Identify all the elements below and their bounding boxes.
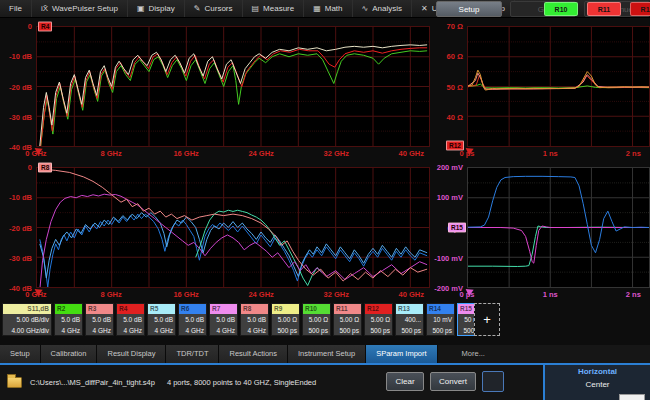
menu-item[interactable]: File — [0, 0, 32, 17]
chart-canvas — [37, 27, 429, 146]
trace-descriptor[interactable]: R2 5.0 dB 4 GHz — [54, 303, 83, 336]
chart-plot-area[interactable]: R4 — [36, 26, 430, 147]
folder-icon[interactable] — [7, 377, 22, 388]
menu-item-icon: ▤ — [252, 4, 260, 13]
trace-vertical-scale: 400... — [396, 314, 423, 325]
trace-descriptor-name: R5 — [148, 304, 175, 314]
trace-quick-button[interactable]: R10 — [544, 2, 578, 16]
trace-descriptor-name: R6 — [179, 304, 206, 314]
x-axis-labels: 0 GHz8 GHz16 GHz24 GHz32 GHz40 GHz — [36, 148, 430, 160]
trace-descriptor-name: R10 — [303, 304, 330, 314]
horizontal-center-input[interactable] — [619, 394, 645, 400]
trace-horizontal-scale: 500 ps — [427, 325, 454, 336]
trace-descriptor[interactable]: R10 5.00 Ω 500 ps — [302, 303, 331, 336]
trace-quick-button[interactable]: R11 — [587, 2, 621, 16]
trace-vertical-scale: 10 mV — [427, 314, 454, 325]
y-axis-labels: 0-10 dB-20 dB-30 dB-40 dB — [0, 167, 35, 288]
trace-vertical-scale: 5.0 dB — [117, 314, 144, 325]
dialog-tab[interactable]: TDR/TDT — [166, 345, 219, 363]
file-info: 4 ports, 8000 points to 40 GHZ, SingleEn… — [167, 378, 316, 387]
trace-descriptor[interactable]: R13 400... 500 ps — [395, 303, 424, 336]
dialog-tab[interactable]: Calibration — [41, 345, 98, 363]
trace-vertical-scale: 5.0 dB — [179, 314, 206, 325]
trace-descriptor[interactable]: R3 5.0 dB 4 GHz — [85, 303, 114, 336]
trace-descriptor[interactable]: R9 5.00 Ω 500 ps — [271, 303, 300, 336]
trace-vertical-scale: 5.00 Ω — [365, 314, 392, 325]
chart-plot-area[interactable]: R15 — [467, 167, 650, 288]
x-axis-labels: 0 ps1 ns2 ns — [467, 289, 650, 301]
trace-descriptor[interactable]: S11,dB 5.00 dB/div 4.00 GHz/div — [2, 303, 52, 336]
menu-item-icon: ✎ — [194, 4, 201, 13]
y-axis-labels: 0-10 dB-20 dB-30 dB-40 dB — [0, 26, 35, 147]
menu-item[interactable]: ▦ Math — [304, 0, 352, 17]
trace-descriptor[interactable]: R4 5.0 dB 4 GHz — [116, 303, 145, 336]
clear-button[interactable]: Clear — [386, 372, 424, 391]
trace-quick-button[interactable]: R12 — [630, 2, 650, 16]
trace-descriptor[interactable]: R6 5.0 dB 4 GHz — [178, 303, 207, 336]
menu-item-label: Measure — [263, 4, 294, 13]
trace-badge[interactable]: R4 — [38, 22, 52, 32]
trace-descriptor[interactable]: R5 5.0 dB 4 GHz — [147, 303, 176, 336]
trace-descriptor-name: R8 — [241, 304, 268, 314]
trace-descriptor-name: R4 — [117, 304, 144, 314]
file-path: C:\Users\...\MS_diffPair_4in_tight.s4p — [30, 378, 155, 387]
dialog-tab[interactable]: Setup — [0, 345, 41, 363]
trace-horizontal-scale: 500 ps — [303, 325, 330, 336]
trace-badge[interactable]: R12 — [446, 141, 464, 151]
menu-item-label: Math — [325, 4, 343, 13]
dialog-tab[interactable]: Result Actions — [219, 345, 288, 363]
tdr-impedance-chart: 70 Ω60 Ω50 Ω40 Ω30 Ω R12 0 ps1 ns2 ns — [431, 19, 650, 160]
trace-descriptor-name: R12 — [365, 304, 392, 314]
trace-vertical-scale: 5.00 dB/div — [3, 314, 51, 325]
chart-plot-area[interactable]: R8 — [36, 167, 430, 288]
menu-item-icon: ▦ — [313, 4, 321, 13]
menu-item-label: File — [9, 4, 22, 13]
save-button[interactable] — [482, 371, 504, 392]
trace-descriptor-name: R2 — [55, 304, 82, 314]
trace-horizontal-scale: 4 GHz — [241, 325, 268, 336]
trace-horizontal-scale: 4 GHz — [117, 325, 144, 336]
trace-descriptor[interactable]: R7 5.0 dB 4 GHz — [209, 303, 238, 336]
dialog-tab[interactable]: More... — [452, 345, 495, 363]
trace-badge[interactable]: R15 — [448, 222, 466, 232]
trace-badge[interactable]: R8 — [38, 163, 52, 173]
trace-horizontal-scale: 500 ps — [272, 325, 299, 336]
dialog-tab[interactable]: Result Display — [97, 345, 166, 363]
menu-item[interactable]: ▤ Measure — [243, 0, 305, 17]
trace-descriptor[interactable]: R8 5.0 dB 4 GHz — [240, 303, 269, 336]
menu-item[interactable]: ▣ Display — [128, 0, 185, 17]
trace-quick-buttons: R10 R11 R12 — [544, 2, 650, 16]
menubar-action-button[interactable]: Setup — [436, 1, 502, 17]
chart-plot-area[interactable]: R12 — [467, 26, 650, 147]
trace-horizontal-scale: 500 ps — [365, 325, 392, 336]
trace-descriptor[interactable]: R14 10 mV 500 ps — [426, 303, 455, 336]
convert-button[interactable]: Convert — [430, 372, 476, 391]
trace-descriptor[interactable]: R12 5.00 Ω 500 ps — [364, 303, 393, 336]
menu-item-icon: ▣ — [137, 4, 145, 13]
menu-item[interactable]: ∿ Analysis — [353, 0, 413, 17]
menu-item-label: Analysis — [372, 4, 402, 13]
trace-vertical-scale: 5.0 dB — [241, 314, 268, 325]
menu-item-icon: ∿ — [362, 4, 369, 13]
dialog-tab[interactable]: Instrument Setup — [288, 345, 366, 363]
dialog-tab[interactable]: SParam Import — [366, 345, 437, 363]
sparam-chart-bottom-left: 0-10 dB-20 dB-30 dB-40 dB R8 0 GHz8 GHz1… — [0, 160, 432, 301]
menu-item[interactable]: ✎ Cursors — [185, 0, 243, 17]
dialog-tab-strip: Setup Calibration Result Display TDR/TDT… — [0, 345, 650, 363]
trace-descriptor-name: R13 — [396, 304, 423, 314]
trace-horizontal-scale: 4 GHz — [55, 325, 82, 336]
trace-vertical-scale: 5.0 dB — [210, 314, 237, 325]
trace-vertical-scale: 5.0 dB — [86, 314, 113, 325]
add-trace-button[interactable]: + — [474, 303, 500, 336]
trace-vertical-scale: 5.00 Ω — [334, 314, 361, 325]
trace-horizontal-scale: 4 GHz — [86, 325, 113, 336]
menu-item[interactable]: iX̂ WavePulser Setup — [32, 0, 128, 17]
trace-horizontal-scale: 500 ps — [396, 325, 423, 336]
tdt-step-chart: 200 mV100 mV0 µV-100 mV-200 mV R15 0 ps1… — [431, 160, 650, 301]
x-axis-labels: 0 ps1 ns2 ns — [467, 148, 650, 160]
trace-horizontal-scale: 4 GHz — [148, 325, 175, 336]
trace-descriptor[interactable]: R11 5.00 Ω 500 ps — [333, 303, 362, 336]
chart-canvas — [468, 168, 649, 287]
trace-vertical-scale: 5.0 dB — [55, 314, 82, 325]
trace-horizontal-scale: 4 GHz — [179, 325, 206, 336]
